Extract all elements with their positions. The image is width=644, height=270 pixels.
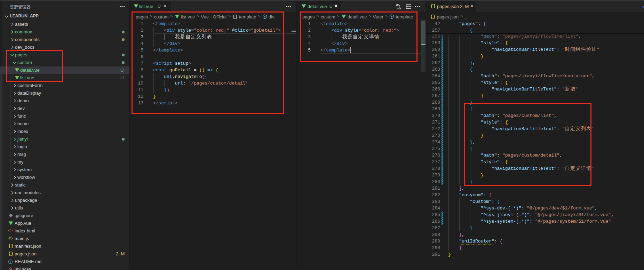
svg-text:i: i [10,260,11,263]
